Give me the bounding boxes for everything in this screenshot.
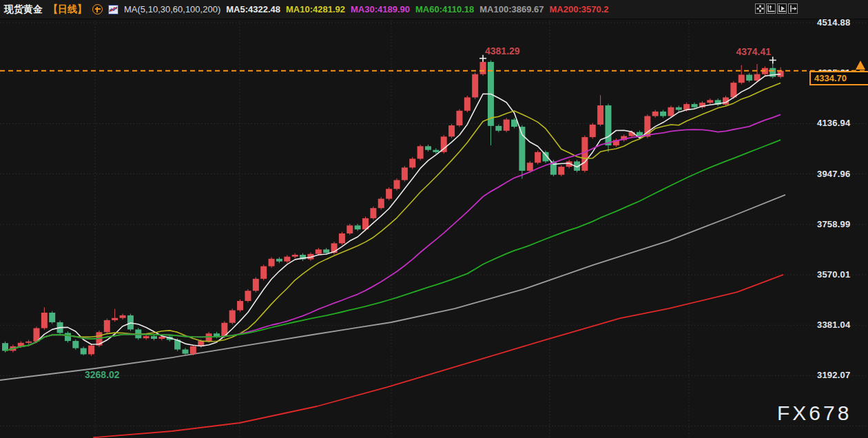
candle-body — [402, 167, 408, 180]
add-indicator-icon[interactable] — [92, 4, 103, 14]
candle-body — [253, 279, 259, 291]
candle-body — [386, 189, 392, 198]
candle-body — [730, 83, 736, 97]
candle-body — [190, 346, 196, 354]
candle-body — [284, 257, 290, 262]
candlestick-chart-canvas[interactable]: 4381.294374.413268.02 — [0, 0, 868, 438]
candle-body — [81, 348, 87, 355]
ma10-line — [6, 83, 781, 351]
candle-body — [143, 336, 149, 338]
price-annotation: 3268.02 — [85, 369, 120, 380]
candle-body — [276, 259, 282, 262]
candle-body — [425, 146, 431, 149]
candle-body — [504, 120, 510, 131]
candle-body — [581, 137, 588, 171]
candle-body — [456, 111, 462, 125]
candle-body — [127, 315, 134, 330]
candle-body — [370, 208, 376, 218]
candle-body — [448, 125, 455, 136]
watermark: FX678 — [777, 402, 851, 425]
timeframe-label[interactable]: 【日线】 — [48, 3, 87, 16]
scale-play-icon[interactable] — [777, 3, 787, 14]
ma200-line — [93, 275, 783, 437]
candle-body — [237, 301, 243, 311]
candle-body — [260, 267, 267, 279]
candle-body — [535, 152, 541, 163]
candle-body — [746, 74, 752, 81]
candle-body — [65, 333, 71, 341]
candle-body — [605, 105, 611, 145]
y-axis-label: 3947.96 — [817, 169, 858, 179]
candle-body — [597, 105, 603, 125]
candle-body — [692, 104, 698, 107]
candle-body — [676, 107, 682, 110]
ma-settings-label: MA(5,10,30,60,100,200) — [124, 4, 220, 14]
candle-body — [316, 249, 322, 254]
chart-toolbar — [755, 3, 798, 14]
line-chart-icon — [108, 5, 118, 14]
candle-body — [433, 150, 439, 152]
crosshair-icon[interactable] — [755, 3, 765, 14]
candle-body — [120, 315, 126, 318]
candle-body — [378, 199, 384, 209]
candle-body — [652, 112, 659, 116]
candle-body — [151, 336, 157, 339]
ma5-value: MA5:4322.48 — [226, 4, 280, 14]
candle-body — [417, 146, 424, 158]
candle-body — [49, 313, 55, 322]
ma100-line — [0, 195, 785, 380]
candle-body — [347, 225, 353, 233]
ma10-value: MA10:4281.92 — [286, 4, 345, 14]
candle-body — [104, 320, 110, 332]
candle-body — [245, 291, 251, 301]
candle-body — [41, 313, 48, 328]
chart-header: 现货黄金 【日线】 MA(5,10,30,60,100,200) MA5:432… — [0, 0, 868, 19]
candle-body — [480, 62, 486, 74]
candle-body — [394, 180, 400, 189]
candle-body — [738, 74, 745, 83]
candle-body — [472, 74, 478, 98]
price-annotation: 4374.41 — [736, 46, 771, 57]
scale-left-icon[interactable] — [766, 3, 776, 14]
ma100-value: MA100:3869.67 — [479, 4, 544, 14]
candle-body — [409, 159, 415, 168]
candle-body — [558, 167, 564, 175]
jump-latest-icon[interactable] — [788, 3, 798, 14]
ma30-value: MA30:4189.90 — [351, 4, 410, 14]
candle-body — [590, 125, 596, 137]
candle-body — [112, 318, 118, 320]
candle-body — [323, 249, 329, 253]
y-axis-label: 4136.94 — [817, 118, 858, 128]
candle-body — [183, 349, 189, 353]
ma200-value: MA200:3570.2 — [550, 4, 609, 14]
candle-body — [339, 233, 345, 243]
price-annotation: 4381.29 — [485, 45, 520, 56]
candle-body — [292, 255, 298, 257]
y-axis-label: 3381.04 — [817, 320, 858, 330]
y-axis-label: 3570.01 — [817, 269, 858, 280]
candle-body — [229, 311, 236, 323]
candle-body — [668, 107, 674, 116]
candle-body — [464, 97, 471, 110]
candle-body — [355, 225, 361, 229]
candle-body — [88, 346, 94, 355]
ma60-line — [6, 140, 781, 351]
symbol-title: 现货黄金 — [4, 3, 43, 16]
chart-window: 4381.294374.413268.02 4514.884325.914136… — [0, 0, 868, 438]
y-axis-label: 3758.99 — [817, 219, 858, 229]
candle-body — [707, 100, 713, 103]
current-price-label: 4334.70 — [809, 71, 868, 85]
candle-body — [495, 126, 502, 131]
ma60-value: MA60:4110.18 — [415, 4, 474, 14]
y-axis-label: 3192.07 — [817, 370, 858, 380]
candle-body — [527, 163, 533, 171]
candle-body — [660, 112, 666, 116]
candle-body — [269, 259, 275, 267]
candle-body — [25, 342, 32, 343]
candle-body — [72, 341, 79, 348]
